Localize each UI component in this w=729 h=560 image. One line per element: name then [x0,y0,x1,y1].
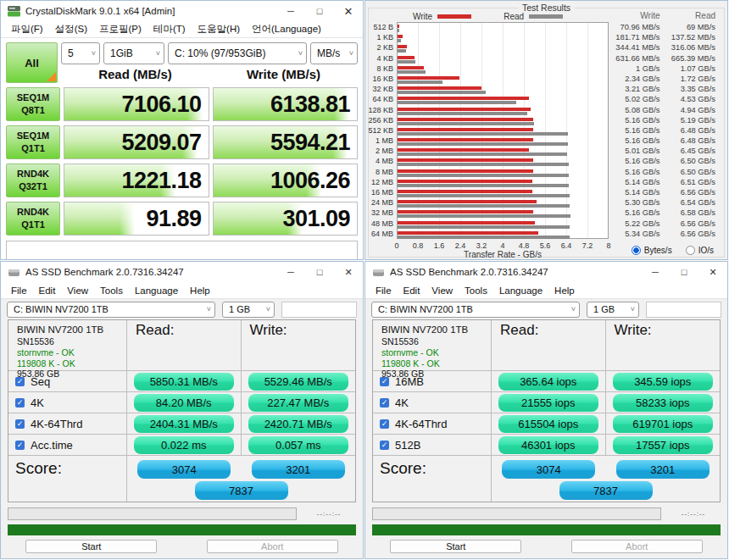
menu-item-tools[interactable]: Tools [459,284,492,297]
window-title: AS SSD Benchmark 2.0.7316.34247 [390,267,641,277]
menu-item-file[interactable]: File [6,284,32,297]
checkbox-checked-icon[interactable]: ✓ [15,377,25,386]
menu-item-help[interactable]: Help [549,284,580,297]
abort-button[interactable]: Abort [207,540,338,553]
write-result-pill: 58233 iops [613,394,713,412]
minimize-button[interactable]: ─ [276,262,305,282]
read-result-pill: 615504 iops [498,415,598,433]
write-bar [398,148,529,152]
category-label: 16 KB [365,74,393,84]
menu-item[interactable]: 도움말(H) [192,21,245,37]
menu-item-file[interactable]: File [370,284,397,297]
write-value: 5.16 GB/s [613,156,660,166]
test-row-label: ✓512B [373,435,492,456]
read-values-header: Read [669,11,716,20]
menu-item[interactable]: 테마(T) [148,21,191,37]
read-bar [398,112,527,115]
test-row-label: ✓4K [8,392,127,413]
menu-item-language[interactable]: Language [130,284,183,297]
checkbox-checked-icon[interactable]: ✓ [15,398,25,408]
test-size-select[interactable]: 1 GB˅ [587,302,639,318]
unit-select[interactable]: MB/s˅ [310,42,358,64]
start-button[interactable]: Start [25,540,157,553]
checkbox-checked-icon[interactable]: ✓ [380,441,389,450]
write-value: 181.71 MB/s [613,32,660,42]
checkbox-checked-icon[interactable]: ✓ [15,419,25,429]
close-button[interactable]: ✕ [334,262,363,282]
radio-label: Bytes/s [644,246,672,255]
radio-bytess[interactable]: Bytes/s [632,246,672,255]
write-value: 5.16 GB/s [613,208,660,218]
drive-select[interactable]: C: BIWIN NV7200 1TB˅ [371,302,580,318]
menu-item-tools[interactable]: Tools [95,284,128,297]
close-button[interactable]: ✕ [698,262,727,282]
read-value: 6.51 GB/s [669,177,716,187]
checkbox-checked-icon[interactable]: ✓ [380,419,389,429]
read-bar [398,152,567,156]
maximize-button[interactable]: □ [670,262,698,282]
read-bar [398,142,568,146]
write-value: 5.14 GB/s [613,187,660,197]
write-value: 2.34 GB/s [613,74,660,84]
write-value: 5.34 GB/s [613,229,660,239]
drive-alignment-status: 119808 K - OK [17,358,75,369]
asssd-menubar: FileEditViewToolsLanguageHelp [365,282,727,299]
menu-item-edit[interactable]: Edit [34,284,61,297]
benchmark-row: RND4KQ32T11221.181006.26 [6,164,358,197]
category-label: 16 MB [365,187,393,197]
write-bar [398,210,533,213]
menu-item[interactable]: 언어(Language) [247,21,326,37]
write-result-cell: 227.47 MB/s [242,392,356,413]
chevron-down-icon: ˅ [349,49,353,58]
write-bar [398,128,533,131]
write-result-cell: 5529.46 MB/s [242,371,356,392]
target-drive-select[interactable]: C: 10% (97/953GiB)˅ [168,42,307,64]
read-column-header: Read: [492,320,606,371]
benchmark-row: SEQ1MQ1T15209.075594.21 [6,125,358,159]
write-bar [398,138,533,141]
x-tick-label: 5.6 [540,241,551,250]
test-size-select[interactable]: 1GiB˅ [103,42,164,64]
minimize-button[interactable]: ─ [276,1,305,21]
write-result-pill: 0.057 ms [248,436,348,454]
drive-select[interactable]: C: BIWIN NV7200 1TB˅ [7,302,215,318]
menu-item-help[interactable]: Help [185,284,215,297]
test-type-button[interactable]: SEQ1MQ1T1 [6,125,60,159]
read-result-cell: 21555 iops [492,392,606,413]
all-test-button[interactable]: All [6,42,58,83]
minimize-button[interactable]: ─ [641,262,670,282]
close-button[interactable]: ✕ [334,1,363,21]
menu-item-view[interactable]: View [62,284,93,297]
read-score-pill: 3074 [137,460,231,479]
read-result-cell: 5209.07 [64,125,209,159]
write-result-cell: 6138.81 [213,87,359,121]
checkbox-checked-icon[interactable]: ✓ [380,377,389,386]
test-type-button[interactable]: SEQ1MQ8T1 [6,87,60,121]
menu-item-edit[interactable]: Edit [398,284,426,297]
test-type-button[interactable]: RND4KQ32T1 [6,164,60,197]
read-bar [398,174,569,177]
crystaldiskmark-app-icon [8,6,20,17]
start-button[interactable]: Start [390,540,521,553]
menu-item-language[interactable]: Language [494,284,548,297]
checkbox-checked-icon[interactable]: ✓ [15,441,25,450]
maximize-button[interactable]: □ [305,1,334,21]
test-name: 512B [395,439,420,452]
read-bar [398,122,534,125]
radio-ios[interactable]: IO/s [686,246,714,255]
x-tick-label: 7.2 [582,241,593,250]
maximize-button[interactable]: □ [305,262,334,282]
abort-button[interactable]: Abort [571,540,703,553]
read-value: 6.56 GB/s [669,229,716,239]
category-label: 512 B [365,22,393,32]
menu-item-view[interactable]: View [426,284,458,297]
menu-item[interactable]: 파일(F) [6,21,48,37]
menu-item[interactable]: 프로필(P) [94,21,147,37]
checkbox-checked-icon[interactable]: ✓ [380,398,389,408]
category-label: 64 MB [365,229,393,239]
test-size-select[interactable]: 1 GB˅ [222,302,275,318]
test-count-select[interactable]: 5˅ [61,42,100,64]
cdm-titlebar: CrystalDiskMark 9.0.1 x64 [Admin] ─ □ ✕ [1,1,363,21]
menu-item[interactable]: 설정(S) [50,21,92,37]
test-type-button[interactable]: RND4KQ1T1 [6,202,60,236]
